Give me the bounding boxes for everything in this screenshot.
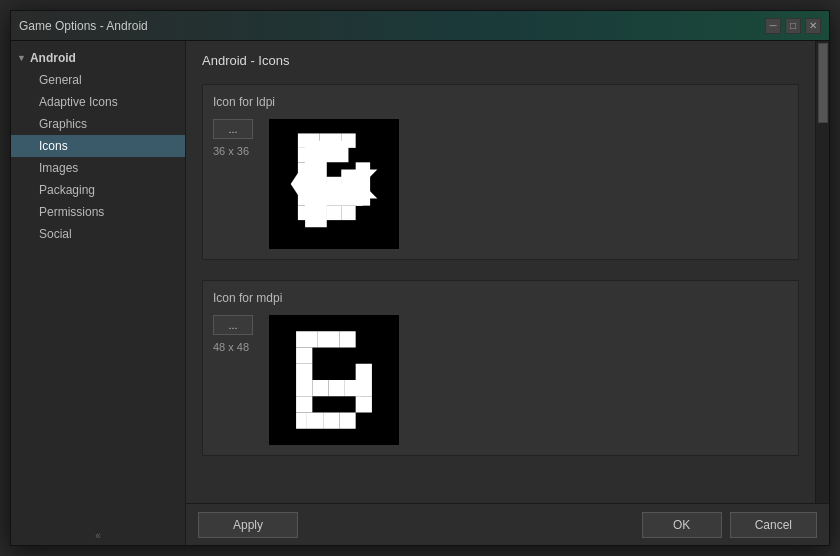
ldpi-section: Icon for ldpi ... 36 x 36 bbox=[202, 84, 799, 260]
sidebar-item-permissions[interactable]: Permissions bbox=[11, 201, 185, 223]
svg-rect-13 bbox=[341, 177, 355, 191]
svg-rect-37 bbox=[307, 413, 323, 429]
svg-rect-16 bbox=[356, 191, 370, 205]
ldpi-icon-preview bbox=[269, 119, 399, 249]
svg-rect-7 bbox=[341, 133, 355, 147]
ldpi-icon-svg bbox=[269, 119, 399, 249]
svg-rect-28 bbox=[296, 380, 312, 396]
svg-rect-18 bbox=[327, 206, 341, 220]
svg-rect-21 bbox=[298, 191, 312, 205]
svg-rect-38 bbox=[296, 413, 307, 429]
title-bar-controls: ─ □ ✕ bbox=[765, 18, 821, 34]
mdpi-controls: ... 48 x 48 bbox=[213, 315, 253, 353]
svg-rect-24 bbox=[318, 331, 340, 347]
svg-rect-32 bbox=[356, 364, 372, 380]
ldpi-size-label: 36 x 36 bbox=[213, 145, 253, 157]
sidebar-item-graphics[interactable]: Graphics bbox=[11, 113, 185, 135]
sidebar-item-general[interactable]: General bbox=[11, 69, 185, 91]
sidebar-item-social[interactable]: Social bbox=[11, 223, 185, 245]
svg-rect-34 bbox=[356, 396, 372, 412]
svg-rect-23 bbox=[296, 331, 318, 347]
sidebar-root-label: Android bbox=[30, 51, 76, 65]
dialog-title: Game Options - Android bbox=[19, 19, 148, 33]
svg-rect-33 bbox=[356, 380, 372, 396]
dialog-body: ▼ Android General Adaptive Icons Graphic… bbox=[11, 41, 829, 545]
sidebar-item-icons[interactable]: Icons bbox=[11, 135, 185, 157]
svg-rect-17 bbox=[341, 206, 355, 220]
footer-left: Apply bbox=[198, 512, 642, 538]
game-options-dialog: Game Options - Android ─ □ ✕ ▼ Android G… bbox=[10, 10, 830, 546]
apply-button[interactable]: Apply bbox=[198, 512, 298, 538]
svg-rect-12 bbox=[327, 177, 341, 191]
svg-rect-36 bbox=[323, 413, 339, 429]
mdpi-icon-svg bbox=[269, 315, 399, 445]
svg-rect-25 bbox=[339, 331, 355, 347]
sidebar-collapse-button[interactable]: « bbox=[90, 526, 106, 545]
footer: Apply OK Cancel bbox=[186, 503, 829, 545]
mdpi-icon-preview bbox=[269, 315, 399, 445]
mdpi-browse-button[interactable]: ... bbox=[213, 315, 253, 335]
svg-rect-20 bbox=[298, 206, 312, 220]
scrollbar[interactable] bbox=[815, 41, 829, 503]
content-area: Android - Icons Icon for ldpi ... 36 x 3… bbox=[186, 41, 829, 503]
mdpi-size-label: 48 x 48 bbox=[213, 341, 253, 353]
svg-rect-8 bbox=[298, 148, 312, 162]
mdpi-icon-row: ... 48 x 48 bbox=[213, 315, 788, 445]
collapse-toggle-icon: ▼ bbox=[17, 53, 26, 63]
svg-rect-29 bbox=[312, 380, 328, 396]
minimize-button[interactable]: ─ bbox=[765, 18, 781, 34]
mdpi-section-label: Icon for mdpi bbox=[213, 291, 788, 305]
svg-rect-5 bbox=[298, 133, 320, 147]
sidebar: ▼ Android General Adaptive Icons Graphic… bbox=[11, 41, 186, 545]
sidebar-item-packaging[interactable]: Packaging bbox=[11, 179, 185, 201]
svg-rect-10 bbox=[298, 177, 312, 191]
ldpi-controls: ... 36 x 36 bbox=[213, 119, 253, 157]
sidebar-root-android[interactable]: ▼ Android bbox=[11, 47, 185, 69]
sidebar-item-images[interactable]: Images bbox=[11, 157, 185, 179]
svg-rect-19 bbox=[312, 206, 326, 220]
svg-rect-15 bbox=[356, 177, 370, 191]
sidebar-item-adaptive-icons[interactable]: Adaptive Icons bbox=[11, 91, 185, 113]
maximize-button[interactable]: □ bbox=[785, 18, 801, 34]
svg-rect-39 bbox=[296, 396, 312, 412]
mdpi-section: Icon for mdpi ... 48 x 48 bbox=[202, 280, 799, 456]
ok-button[interactable]: OK bbox=[642, 512, 722, 538]
title-bar: Game Options - Android ─ □ ✕ bbox=[11, 11, 829, 41]
footer-right: OK Cancel bbox=[642, 512, 817, 538]
svg-rect-27 bbox=[296, 364, 312, 380]
svg-rect-9 bbox=[298, 162, 312, 176]
ldpi-icon-row: ... 36 x 36 bbox=[213, 119, 788, 249]
svg-rect-11 bbox=[312, 177, 326, 191]
close-button[interactable]: ✕ bbox=[805, 18, 821, 34]
svg-rect-30 bbox=[329, 380, 345, 396]
content-scroll[interactable]: Android - Icons Icon for ldpi ... 36 x 3… bbox=[186, 41, 815, 503]
ldpi-section-label: Icon for ldpi bbox=[213, 95, 788, 109]
sidebar-tree: ▼ Android General Adaptive Icons Graphic… bbox=[11, 41, 185, 526]
scrollbar-thumb[interactable] bbox=[818, 43, 828, 123]
svg-rect-26 bbox=[296, 348, 312, 364]
svg-rect-35 bbox=[339, 413, 355, 429]
cancel-button[interactable]: Cancel bbox=[730, 512, 817, 538]
ldpi-browse-button[interactable]: ... bbox=[213, 119, 253, 139]
main-content: Android - Icons Icon for ldpi ... 36 x 3… bbox=[186, 41, 829, 545]
svg-rect-14 bbox=[356, 162, 370, 176]
svg-rect-6 bbox=[320, 133, 342, 147]
content-title: Android - Icons bbox=[202, 53, 799, 72]
